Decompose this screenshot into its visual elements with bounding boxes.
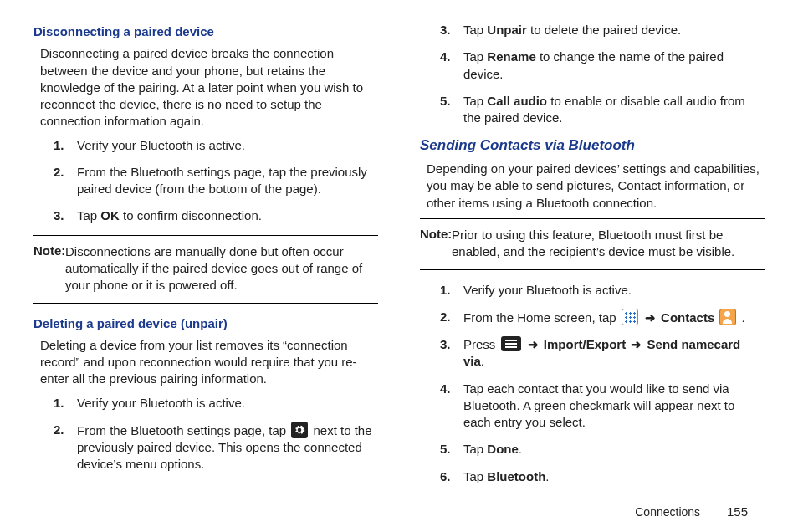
page-footer: Connections 155	[635, 504, 748, 519]
bold: Call audio	[487, 94, 547, 108]
note-text: Prior to using this feature, Bluetooth m…	[452, 227, 765, 261]
step: Press Import/Export Send namecard via.	[440, 336, 765, 371]
txt: .	[545, 469, 549, 483]
note-label: Note:	[33, 243, 65, 258]
txt: to delete the paired device.	[527, 23, 681, 37]
steps-delete-cont: Tap Unpair to delete the paired device. …	[440, 22, 765, 126]
txt: Tap	[463, 49, 487, 64]
body-text: Depending on your paired devices’ settin…	[427, 161, 765, 212]
body-text: Deleting a device from your list removes…	[40, 337, 378, 388]
page-number: 155	[727, 504, 748, 519]
note-box: Note: Prior to using this feature, Bluet…	[420, 218, 765, 270]
txt: Tap	[77, 208, 100, 223]
section-name: Connections	[635, 505, 700, 519]
arrow-icon	[526, 337, 540, 351]
steps-disconnect: Verify your Bluetooth is active. From th…	[54, 137, 378, 225]
steps-delete: Verify your Bluetooth is active. From th…	[54, 395, 378, 473]
bold: Bluetooth	[487, 469, 545, 483]
apps-grid-icon	[622, 309, 638, 325]
bold: Rename	[487, 49, 535, 64]
txt: Press	[463, 337, 499, 351]
txt: From the Bluetooth settings page, tap	[77, 423, 289, 437]
menu-icon	[501, 336, 521, 351]
note-label: Note:	[420, 227, 452, 241]
bold-ok: OK	[100, 208, 120, 223]
step: Tap Call audio to enable or disable call…	[440, 93, 765, 127]
step: From the Bluetooth settings page, tap th…	[54, 164, 378, 198]
body-text: Disconnecting a paired device breaks the…	[40, 45, 378, 130]
heading-sending-contacts: Sending Contacts via Bluetooth	[420, 136, 765, 156]
step: Verify your Bluetooth is active.	[54, 395, 378, 412]
arrow-icon	[629, 337, 643, 351]
bold: Done	[487, 442, 519, 456]
step: Tap Bluetooth.	[440, 468, 765, 485]
heading-deleting: Deleting a paired device (unpair)	[33, 315, 378, 332]
step: Tap Done.	[440, 441, 765, 458]
txt: to confirm disconnection.	[120, 208, 262, 223]
step: Verify your Bluetooth is active.	[440, 282, 765, 299]
step: Tap OK to confirm disconnection.	[54, 207, 378, 224]
txt: .	[519, 442, 522, 456]
txt: Tap	[463, 442, 487, 456]
step: Tap Unpair to delete the paired device.	[440, 22, 765, 38]
step: Verify your Bluetooth is active.	[54, 137, 378, 154]
txt: From the Home screen, tap	[463, 310, 620, 325]
note-text: Disconnections are manually done but oft…	[65, 243, 378, 294]
step: Tap Rename to change the name of the pai…	[440, 49, 765, 83]
arrow-icon	[643, 310, 657, 325]
step: From the Home screen, tap Contacts .	[440, 309, 765, 326]
gear-icon	[291, 422, 308, 438]
bold: Contacts	[661, 310, 714, 325]
heading-disconnecting: Disconnecting a paired device	[33, 23, 378, 40]
bold: Import/Export	[544, 337, 626, 351]
page-body: Disconnecting a paired device Disconnect…	[0, 0, 798, 504]
contacts-icon	[719, 309, 736, 325]
txt: Tap	[463, 23, 487, 37]
txt: Tap	[463, 469, 487, 483]
step: Tap each contact that you would like to …	[440, 381, 765, 432]
bold: Unpair	[487, 23, 527, 37]
step: From the Bluetooth settings page, tap ne…	[54, 422, 378, 473]
txt: Tap	[463, 94, 487, 108]
note-box: Note: Disconnections are manually done b…	[33, 235, 378, 304]
